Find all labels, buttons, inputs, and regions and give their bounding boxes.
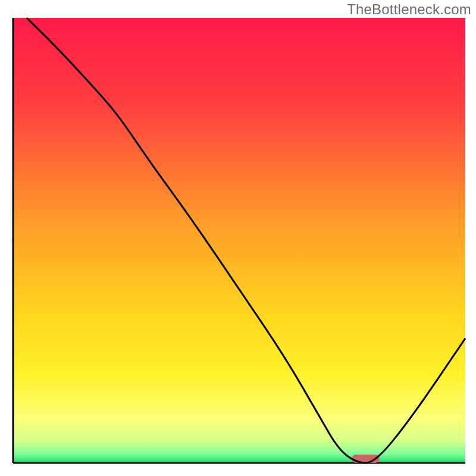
bottleneck-chart <box>0 0 476 476</box>
gradient-background <box>13 18 465 463</box>
chart-container: TheBottleneck.com <box>0 0 476 476</box>
